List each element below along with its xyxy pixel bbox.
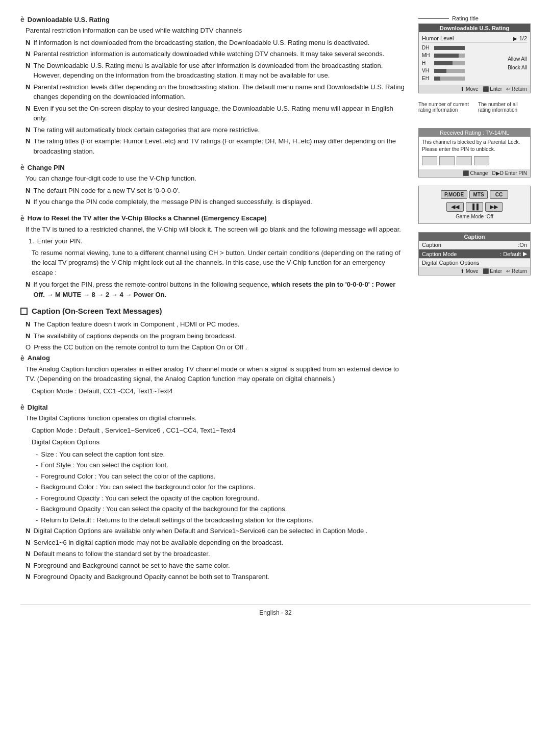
emergency-sub-text: To resume normal viewing, tune to a diff… (32, 248, 408, 278)
caption-row-label-3: Digital Caption Options (422, 260, 480, 266)
digital-option-2: - Font Style : You can select the captio… (36, 460, 408, 470)
n-label: N (26, 38, 30, 48)
caption-title: Caption (On-Screen Text Messages) (32, 307, 162, 315)
n-item-6: N The rating will automatically block ce… (26, 125, 408, 135)
caption-n-item-2: N The availability of captions depends o… (26, 331, 408, 341)
emergency-intro: If the TV is tuned to a restricted chann… (26, 224, 408, 235)
digital-n-1: N Digital Caption Options are available … (26, 526, 408, 536)
caption-row-label-2: Caption Mode (422, 251, 457, 257)
page-content: è Downloadable U.S. Rating Parental rest… (20, 15, 531, 589)
digital-n-3: N Default means to follow the standard s… (26, 549, 408, 559)
option-text-7: Return to Default : Returns to the defau… (41, 515, 313, 525)
n-label: N (26, 319, 30, 330)
rating-bars-col: DH MH H VH (422, 44, 504, 82)
dash: - (36, 515, 38, 525)
option-text-1: Size : You can select the caption font s… (41, 449, 165, 460)
num-text: Enter your PIN. (37, 236, 83, 246)
dash: - (36, 482, 38, 492)
digital-option-5: - Foreground Opacity : You can select th… (36, 493, 408, 503)
digital-option-4: - Background Color : You can select the … (36, 482, 408, 492)
pmode-btn[interactable]: P.MODE (441, 190, 467, 199)
caption-ui-box: Caption Caption :On Caption Mode : Defau… (418, 232, 531, 275)
n-label: N (26, 49, 30, 59)
digital-option-3: - Foreground Color : You can select the … (36, 471, 408, 482)
option-text-6: Background Opacity : You can select the … (41, 504, 287, 514)
section-digital: è Digital The Digital Captions function … (20, 403, 408, 582)
ffwd-btn[interactable]: ▶▶ (485, 202, 503, 212)
emergency-n-text: If you forget the PIN, press the remote-… (33, 280, 408, 299)
caption-row-2[interactable]: Caption Mode : Default ▶ (419, 249, 530, 259)
dash: - (36, 449, 38, 460)
n-text-2: Parental restriction information is auto… (33, 49, 408, 59)
analog-intro: The Analog Caption function operates in … (26, 364, 408, 384)
n-label: N (26, 526, 30, 536)
caption-row-value-1: :On (518, 242, 527, 248)
caption-nav-enter: ⬛ Enter (483, 268, 503, 274)
bar-row-eh: EH (422, 74, 504, 82)
block-all-label: Block All (508, 65, 527, 70)
remote-row1: P.MODE MTS CC (441, 190, 508, 199)
n-text-6: The rating will automatically block cert… (33, 125, 408, 135)
rewind-btn[interactable]: ◀◀ (446, 202, 464, 212)
remote-buttons: P.MODE MTS CC ◀◀ ▐▐ ▶▶ (423, 190, 526, 212)
n-label: N (26, 572, 30, 582)
remote-row2: ◀◀ ▐▐ ▶▶ (446, 202, 503, 212)
bar-mh (434, 54, 465, 58)
analog-title: Analog (28, 354, 50, 362)
n-item-1: N If information is not downloaded from … (26, 38, 408, 48)
option-text-4: Background Color : You can select the ba… (41, 482, 255, 492)
nav-enter: ⬛ Enter (483, 86, 503, 92)
nav-move: ⬆ Move (460, 86, 478, 92)
received-body: This channel is blocked by a Parental Lo… (419, 137, 530, 169)
bar-h (434, 61, 465, 65)
nav-return: ↩ Return (506, 86, 527, 92)
numbered-item-1: 1. Enter your PIN. (29, 236, 408, 246)
pause-btn[interactable]: ▐▐ (466, 202, 483, 212)
dash: - (36, 504, 38, 514)
dash: - (36, 460, 38, 470)
caption-row-3: Digital Caption Options (419, 259, 530, 267)
caption-row-1: Caption :On (419, 241, 530, 249)
caption-n-text-1: The Caption feature doesn t work in Comp… (33, 319, 408, 330)
pin-box-4[interactable] (474, 156, 489, 165)
bar-vh (434, 69, 465, 73)
mts-btn[interactable]: MTS (469, 190, 488, 199)
n-label: N (26, 82, 30, 102)
pin-box-3[interactable] (457, 156, 472, 165)
game-mode-value: :Off (485, 214, 493, 219)
section-emergency: è How to Reset the TV after the V-Chip B… (20, 214, 408, 300)
option-text-5: Foreground Opacity : You can select the … (41, 493, 259, 503)
humor-arrow: ▶ (513, 36, 517, 41)
page-footer: English - 32 (20, 604, 531, 616)
bar-dh (434, 46, 465, 50)
downloadable-ui-title: Downloadable U.S. Rating (419, 24, 530, 32)
caption-heading: Caption (On-Screen Text Messages) (20, 307, 408, 315)
pin-intro: You can change four-digit code to use th… (26, 173, 408, 184)
n-label: N (26, 197, 30, 207)
o-label: O (26, 342, 31, 352)
digital-n-2: N Service1~6 in digital caption mode may… (26, 538, 408, 548)
pin-n-text-2: If you change the PIN code completely, t… (33, 197, 408, 207)
received-message: This channel is blocked by a Parental Lo… (422, 139, 527, 153)
n-label: N (26, 61, 30, 81)
bullet-icon: è (20, 214, 24, 222)
pin-box-1[interactable] (422, 156, 437, 165)
pin-box-2[interactable] (439, 156, 455, 165)
n-item-7: N The rating titles (For example: Humor … (26, 136, 408, 156)
digital-option-6: - Background Opacity : You can select th… (36, 504, 408, 514)
downloadable-ui-body: Humor Level ▶ 1/2 DH (419, 32, 530, 85)
caption-row-value-2: : Default (500, 251, 521, 257)
bullet-icon: è (20, 354, 24, 362)
section-header-downloadable: è Downloadable U.S. Rating (20, 15, 408, 23)
emergency-n-item: N If you forget the PIN, press the remot… (26, 280, 408, 299)
caption-o-text-1: Press the CC button on the remote contro… (34, 342, 247, 352)
rating-title-label: Rating title (452, 15, 479, 21)
digital-title: Digital (28, 404, 48, 411)
downloadable-ui-nav: ⬆ Move ⬛ Enter ↩ Return (419, 85, 530, 93)
digital-mode: Caption Mode : Default , Service1~Servic… (32, 425, 408, 436)
digital-n-4: N Foreground and Background cannot be se… (26, 561, 408, 571)
section-header-pin: è Change PIN (20, 163, 408, 171)
n-item-5: N Even if you set the On-screen display … (26, 104, 408, 123)
cc-btn[interactable]: CC (490, 190, 508, 199)
n-label: N (26, 186, 30, 196)
